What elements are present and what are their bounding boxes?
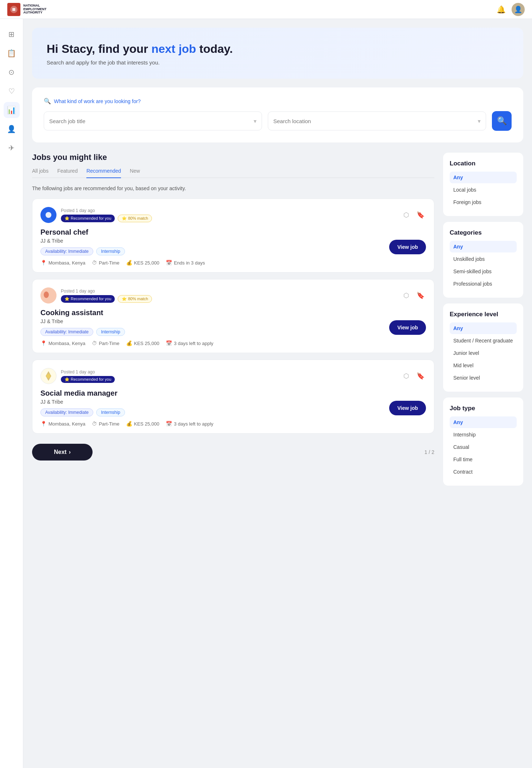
categories-filter-title: Categories [450, 229, 517, 236]
jobs-icon: 📊 [7, 106, 16, 114]
experience-filter-title: Experience level [450, 311, 517, 318]
job-card-3-top: Posted 1 day ago ⭐ Recommended for you ⬡… [40, 368, 426, 384]
job-details-3: 📍 Mombasa, Kenya ⏱ Part-Time 💰 KES 25,00… [40, 421, 382, 427]
job-details-1: 📍 Mombasa, Kenya ⏱ Part-Time 💰 KES 25,00… [40, 260, 382, 266]
hero-heading: Hi Stacy, find your next job today. [47, 42, 509, 56]
time-icon-1: ⏱ [92, 260, 97, 266]
job-logo-1 [40, 207, 56, 223]
jobs-tabs: All jobs Featured Recommended New [32, 168, 434, 178]
sidebar-item-settings[interactable]: ✈ [4, 140, 20, 156]
tag-internship-1: Internship [96, 247, 125, 255]
job-company-3: JJ & Tribe [40, 399, 382, 405]
filter-type-contract[interactable]: Contract [450, 466, 517, 478]
posted-time-2: Posted 1 day ago [61, 289, 398, 294]
tab-featured[interactable]: Featured [57, 168, 78, 178]
jobs-main: Jobs you might like All jobs Featured Re… [32, 153, 434, 468]
filter-location-foreign[interactable]: Foreign jobs [450, 196, 517, 208]
svg-point-6 [46, 374, 50, 378]
job-type-1: ⏱ Part-Time [92, 260, 120, 266]
categories-filter-group: Categories Any Unskilled jobs Semi-skill… [443, 222, 523, 298]
filter-type-internship[interactable]: Internship [450, 429, 517, 440]
bookmark-button-2[interactable]: 🔖 [415, 290, 426, 301]
job-details-2: 📍 Mombasa, Kenya ⏱ Part-Time 💰 KES 25,00… [40, 340, 382, 346]
calendar-icon-3: 📅 [166, 421, 172, 427]
filter-location-any[interactable]: Any [450, 172, 517, 183]
jobs-section: Jobs you might like All jobs Featured Re… [32, 153, 523, 491]
sidebar-item-documents[interactable]: 📋 [4, 45, 20, 61]
filter-type-any[interactable]: Any [450, 416, 517, 428]
job-title-3: Social media manager [40, 389, 382, 397]
sidebar-item-dashboard[interactable]: ⊞ [4, 26, 20, 42]
filter-exp-any[interactable]: Any [450, 322, 517, 334]
match-badge-1: ⭐ 80% match [118, 215, 152, 222]
next-button[interactable]: Next › [32, 444, 93, 461]
top-navbar: NATIONALEMPLOYMENTAUTHORITY 🔔 👤 [0, 0, 532, 19]
job-card-3: Posted 1 day ago ⭐ Recommended for you ⬡… [32, 360, 434, 434]
filter-cat-any[interactable]: Any [450, 241, 517, 252]
filter-cat-semiskilled[interactable]: Semi-skilled jobs [450, 266, 517, 277]
share-button-3[interactable]: ⬡ [402, 371, 411, 381]
salary-icon-2: 💰 [126, 340, 132, 346]
tab-new[interactable]: New [130, 168, 140, 178]
user-avatar[interactable]: 👤 [512, 3, 525, 16]
bookmark-button-3[interactable]: 🔖 [415, 371, 426, 381]
filter-exp-senior[interactable]: Senior level [450, 372, 517, 384]
filter-location-local[interactable]: Local jobs [450, 184, 517, 196]
job-actions-3: ⬡ 🔖 [402, 371, 426, 381]
job-company-1: JJ & Tribe [40, 238, 382, 244]
main-content: Hi Stacy, find your next job today. Sear… [23, 19, 532, 506]
filters-sidebar: Location Any Local jobs Foreign jobs Cat… [443, 153, 523, 491]
job-meta-3: Posted 1 day ago ⭐ Recommended for you [61, 369, 398, 383]
sidebar: ⊞ 📋 ⊙ ♡ 📊 👤 ✈ [0, 19, 23, 768]
recommended-badge-3: ⭐ Recommended for you [61, 376, 115, 383]
tab-recommended[interactable]: Recommended [86, 168, 121, 178]
job-actions-2: ⬡ 🔖 [402, 290, 426, 301]
filter-cat-professional[interactable]: Professional jobs [450, 278, 517, 290]
share-button-2[interactable]: ⬡ [402, 290, 411, 301]
bookmark-button-1[interactable]: 🔖 [415, 209, 426, 220]
sidebar-item-profile[interactable]: 👤 [4, 121, 20, 137]
tag-internship-3: Internship [96, 408, 125, 416]
job-tags-2: Availability: Immediate Internship [40, 328, 382, 336]
next-arrow-icon: › [69, 449, 71, 455]
experience-filter-group: Experience level Any Student / Recent gr… [443, 303, 523, 392]
badges-3: ⭐ Recommended for you [61, 376, 398, 383]
search-button[interactable]: 🔍 [492, 111, 512, 131]
calendar-icon-1: 📅 [166, 260, 172, 266]
filter-exp-junior[interactable]: Junior level [450, 347, 517, 359]
sidebar-item-search[interactable]: ⊙ [4, 64, 20, 80]
filter-type-fulltime[interactable]: Full time [450, 454, 517, 465]
location-input[interactable] [273, 118, 478, 124]
job-title-chevron-icon: ▾ [254, 118, 257, 125]
job-title-input[interactable] [49, 118, 254, 124]
job-logo-2 [40, 287, 56, 303]
filter-exp-student[interactable]: Student / Recent graduate [450, 335, 517, 346]
rec-description: The following jobs are recommended for y… [32, 185, 434, 191]
location-chevron-icon: ▾ [478, 118, 481, 125]
org-name: NATIONALEMPLOYMENTAUTHORITY [23, 4, 47, 15]
filter-type-casual[interactable]: Casual [450, 441, 517, 453]
job-deadline-1: 📅 Ends in 3 days [166, 260, 205, 266]
svg-point-2 [46, 212, 51, 218]
job-title-search-wrap: ▾ [44, 111, 262, 130]
main-layout: ⊞ 📋 ⊙ ♡ 📊 👤 ✈ Hi Stacy, find your next j… [0, 19, 532, 506]
view-job-button-3[interactable]: View job [389, 401, 426, 415]
search-circle-icon: ⊙ [8, 68, 15, 77]
sidebar-item-favorites[interactable]: ♡ [4, 83, 20, 99]
view-job-button-1[interactable]: View job [389, 240, 426, 254]
sidebar-item-jobs[interactable]: 📊 [4, 102, 20, 118]
filter-exp-mid[interactable]: Mid level [450, 360, 517, 371]
job-body-2: Cooking assistant JJ & Tribe Availabilit… [40, 309, 426, 346]
pagination: Next › 1 / 2 [32, 440, 434, 468]
notification-bell-icon[interactable]: 🔔 [497, 5, 506, 14]
job-salary-1: 💰 KES 25,000 [126, 260, 159, 266]
search-label: 🔍 What kind of work are you looking for? [44, 98, 512, 105]
filter-cat-unskilled[interactable]: Unskilled jobs [450, 253, 517, 265]
badges-2: ⭐ Recommended for you ⭐ 80% match [61, 295, 398, 303]
location-icon-3: 📍 [40, 421, 47, 427]
location-filter-group: Location Any Local jobs Foreign jobs [443, 153, 523, 216]
job-location-3: 📍 Mombasa, Kenya [40, 421, 85, 427]
view-job-button-2[interactable]: View job [389, 320, 426, 335]
share-button-1[interactable]: ⬡ [402, 209, 411, 220]
tab-all-jobs[interactable]: All jobs [32, 168, 48, 178]
